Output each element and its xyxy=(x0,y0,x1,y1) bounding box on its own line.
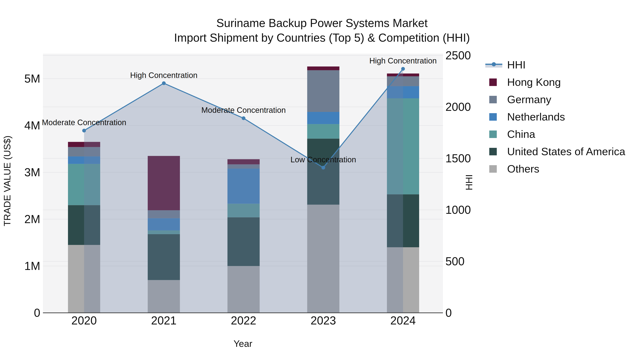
bar-segment-netherlands-2023 xyxy=(307,112,339,124)
x-tick-2020: 2020 xyxy=(72,314,97,327)
hhi-marker-2022 xyxy=(242,116,246,120)
color-swatch xyxy=(489,165,497,173)
x-tick-2024: 2024 xyxy=(390,314,416,327)
y-right-tick-0: 0 xyxy=(446,306,452,319)
chart-title-line2: Import Shipment by Countries (Top 5) & C… xyxy=(0,30,644,45)
y-left-tick-4M: 4M xyxy=(24,119,40,132)
annotation-2021: High Concentration xyxy=(130,71,198,79)
legend-color-swatch-icon xyxy=(484,148,505,155)
y-left-tick-1M: 1M xyxy=(24,260,40,273)
color-swatch xyxy=(489,96,497,103)
y-right-tick-1500: 1500 xyxy=(446,152,471,165)
hhi-marker-2023 xyxy=(322,166,325,169)
legend-label: HHI xyxy=(507,59,526,71)
y-left-tick-5M: 5M xyxy=(24,72,40,85)
color-swatch xyxy=(489,148,497,155)
legend-item-china: China xyxy=(484,125,625,143)
legend-item-netherlands: Netherlands xyxy=(484,108,625,125)
legend-item-others: Others xyxy=(484,160,625,178)
legend-label: Netherlands xyxy=(507,111,565,123)
legend-hhi-line-icon xyxy=(484,62,505,68)
bar-segment-germany-2023 xyxy=(307,70,339,112)
legend-label: Others xyxy=(507,163,539,175)
legend-color-swatch-icon xyxy=(484,165,505,173)
bar-segment-china-2023 xyxy=(307,124,339,139)
legend-color-swatch-icon xyxy=(484,96,505,103)
chart-title: Suriname Backup Power Systems Market Imp… xyxy=(0,16,644,45)
hhi-swatch-dot xyxy=(492,62,496,66)
annotation-2020: Moderate Concentration xyxy=(42,118,126,127)
y-left-tick-3M: 3M xyxy=(24,166,40,179)
y-right-tick-2000: 2000 xyxy=(446,100,471,113)
hhi-marker-2020 xyxy=(82,129,86,132)
x-tick-2021: 2021 xyxy=(151,314,176,327)
y-right-tick-1000: 1000 xyxy=(446,203,471,216)
x-axis-title: Year xyxy=(234,339,252,349)
y-right-tick-2500: 2500 xyxy=(446,49,471,62)
legend-color-swatch-icon xyxy=(484,113,505,121)
legend-label: China xyxy=(507,128,535,140)
hhi-line-swatch xyxy=(485,62,502,68)
color-swatch xyxy=(489,78,497,86)
legend-label: Germany xyxy=(507,93,551,106)
chart-figure: 01M2M3M4M5M05001000150020002500202020212… xyxy=(0,0,644,362)
annotation-2023: Low Concentration xyxy=(290,155,356,164)
legend-color-swatch-icon xyxy=(484,130,505,138)
x-tick-2023: 2023 xyxy=(310,314,336,327)
hhi-marker-2021 xyxy=(162,81,166,85)
legend-item-hong-kong: Hong Kong xyxy=(484,73,625,91)
legend-item-hhi: HHI xyxy=(484,56,625,73)
chart-canvas: 01M2M3M4M5M05001000150020002500202020212… xyxy=(0,0,644,362)
y-left-axis-title: TRADE VALUE (US$) xyxy=(2,135,12,226)
bar-segment-hong-kong-2023 xyxy=(307,66,339,70)
color-swatch xyxy=(489,113,497,121)
chart-title-line1: Suriname Backup Power Systems Market xyxy=(0,16,644,30)
color-swatch xyxy=(489,130,497,138)
legend-item-germany: Germany xyxy=(484,91,625,108)
annotation-2024: High Concentration xyxy=(370,56,437,65)
y-right-tick-500: 500 xyxy=(446,255,464,268)
legend: HHIHong KongGermanyNetherlandsChinaUnite… xyxy=(484,56,625,178)
legend-label: Hong Kong xyxy=(507,76,561,88)
y-left-tick-2M: 2M xyxy=(24,213,40,226)
y-right-axis-title: HHI xyxy=(464,174,474,190)
legend-color-swatch-icon xyxy=(484,78,505,86)
legend-label: United States of America xyxy=(507,145,625,158)
legend-item-united-states-of-america: United States of America xyxy=(484,143,625,160)
y-left-tick-0: 0 xyxy=(34,306,40,319)
hhi-marker-2024 xyxy=(401,67,405,71)
x-tick-2022: 2022 xyxy=(231,314,256,327)
annotation-2022: Moderate Concentration xyxy=(201,106,286,114)
